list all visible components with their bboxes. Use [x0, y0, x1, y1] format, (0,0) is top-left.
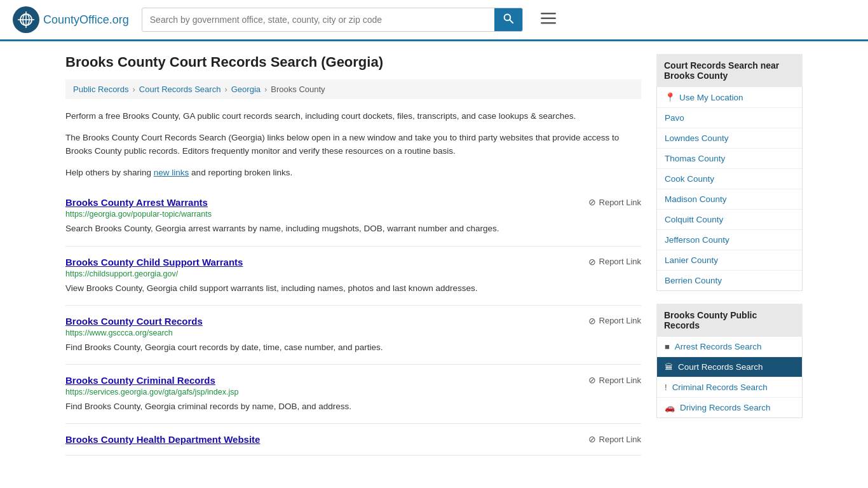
- result-item: Brooks County Criminal Records ⊘ Report …: [65, 365, 641, 424]
- sidebar: Court Records Search near Brooks County …: [656, 54, 803, 456]
- report-icon: ⊘: [588, 257, 596, 267]
- result-desc: View Brooks County, Georgia child suppor…: [65, 282, 641, 295]
- pr-link-criminal[interactable]: ! Criminal Records Search: [657, 377, 802, 397]
- breadcrumb-court-records[interactable]: Court Records Search: [139, 85, 221, 94]
- nearby-list-item[interactable]: Berrien County: [657, 271, 802, 290]
- bc-sep-1: ›: [132, 85, 135, 94]
- description-3: Help others by sharing new links and rep…: [65, 166, 641, 180]
- nearby-link-pavo[interactable]: Pavo: [657, 108, 802, 128]
- result-desc: Find Brooks County, Georgia court record…: [65, 341, 641, 354]
- use-location-item[interactable]: 📍 Use My Location: [657, 87, 802, 108]
- svg-rect-8: [541, 18, 556, 20]
- pr-item-driving[interactable]: 🚗 Driving Records Search: [657, 398, 802, 417]
- report-link-1[interactable]: ⊘ Report Link: [588, 197, 641, 207]
- nearby-link-lanier[interactable]: Lanier County: [657, 250, 802, 270]
- location-pin-icon: 📍: [665, 92, 675, 102]
- report-icon: ⊘: [588, 375, 596, 385]
- result-url[interactable]: https://childsupport.georgia.gov/: [65, 269, 641, 278]
- result-title[interactable]: Brooks County Health Department Website: [65, 434, 260, 445]
- report-icon: ⊘: [588, 316, 596, 326]
- result-title[interactable]: Brooks County Arrest Warrants: [65, 197, 208, 208]
- search-button[interactable]: [494, 8, 522, 31]
- nearby-section: Court Records Search near Brooks County …: [656, 54, 803, 291]
- bc-sep-2: ›: [224, 85, 227, 94]
- main-content: Brooks County Court Records Search (Geor…: [65, 54, 641, 456]
- result-item: Brooks County Court Records ⊘ Report Lin…: [65, 306, 641, 365]
- result-url[interactable]: https://services.georgia.gov/gta/gafs/js…: [65, 388, 641, 396]
- bc-sep-3: ›: [264, 85, 267, 94]
- nearby-list-item[interactable]: Cook County: [657, 169, 802, 189]
- result-item: Brooks County Child Support Warrants ⊘ R…: [65, 247, 641, 306]
- logo-text: CountyOffice.org: [43, 13, 129, 27]
- description-2: The Brooks County Court Records Search (…: [65, 131, 641, 158]
- pr-link-court[interactable]: 🏛 Court Records Search: [657, 357, 802, 377]
- pr-link-driving[interactable]: 🚗 Driving Records Search: [657, 398, 802, 417]
- nearby-list-item[interactable]: Madison County: [657, 189, 802, 210]
- report-link-2[interactable]: ⊘ Report Link: [588, 257, 641, 267]
- result-item: Brooks County Arrest Warrants ⊘ Report L…: [65, 187, 641, 246]
- public-records-list: ■ Arrest Records Search 🏛 Court Records …: [656, 337, 803, 418]
- breadcrumb-public-records[interactable]: Public Records: [73, 85, 128, 94]
- pr-item-court[interactable]: 🏛 Court Records Search: [657, 357, 802, 377]
- search-bar: [142, 8, 523, 32]
- nearby-link-lowndes[interactable]: Lowndes County: [657, 128, 802, 148]
- results-list: Brooks County Arrest Warrants ⊘ Report L…: [65, 187, 641, 456]
- arrest-icon: ■: [665, 342, 670, 351]
- svg-line-6: [510, 20, 513, 23]
- nearby-list-item[interactable]: Lanier County: [657, 250, 802, 271]
- nearby-list-item[interactable]: Thomas County: [657, 149, 802, 169]
- nearby-list-item[interactable]: Colquitt County: [657, 210, 802, 230]
- result-desc: Search Brooks County, Georgia arrest war…: [65, 222, 641, 235]
- driving-icon: 🚗: [665, 403, 675, 412]
- result-desc: Find Brooks County, Georgia criminal rec…: [65, 400, 641, 413]
- result-title[interactable]: Brooks County Criminal Records: [65, 375, 215, 386]
- result-header: Brooks County Health Department Website …: [65, 434, 641, 445]
- pr-item-arrest[interactable]: ■ Arrest Records Search: [657, 337, 802, 357]
- report-link-5[interactable]: ⊘ Report Link: [588, 434, 641, 444]
- header: CountyOffice.org: [0, 0, 868, 41]
- nearby-list: 📍 Use My Location Pavo Lowndes County Th…: [656, 87, 803, 291]
- nearby-link-berrien[interactable]: Berrien County: [657, 271, 802, 290]
- nearby-list-item[interactable]: Jefferson County: [657, 230, 802, 250]
- court-icon: 🏛: [665, 362, 673, 372]
- report-link-4[interactable]: ⊘ Report Link: [588, 375, 641, 385]
- new-links-link[interactable]: new links: [154, 168, 189, 177]
- public-records-header: Brooks County Public Records: [656, 304, 803, 337]
- nearby-link-madison[interactable]: Madison County: [657, 189, 802, 209]
- result-item: Brooks County Health Department Website …: [65, 424, 641, 456]
- report-link-3[interactable]: ⊘ Report Link: [588, 316, 641, 326]
- result-header: Brooks County Court Records ⊘ Report Lin…: [65, 316, 641, 327]
- criminal-icon: !: [665, 383, 667, 392]
- nearby-header: Court Records Search near Brooks County: [656, 54, 803, 87]
- description-1: Perform a free Brooks County, GA public …: [65, 109, 641, 123]
- main-layout: Brooks County Court Records Search (Geor…: [53, 41, 815, 468]
- breadcrumb: Public Records › Court Records Search › …: [65, 79, 641, 99]
- public-records-section: Brooks County Public Records ■ Arrest Re…: [656, 304, 803, 418]
- use-location-link[interactable]: 📍 Use My Location: [657, 87, 802, 107]
- result-title[interactable]: Brooks County Child Support Warrants: [65, 257, 243, 268]
- nearby-link-colquitt[interactable]: Colquitt County: [657, 210, 802, 229]
- nearby-link-thomas[interactable]: Thomas County: [657, 149, 802, 168]
- nearby-link-jefferson[interactable]: Jefferson County: [657, 230, 802, 250]
- hamburger-button[interactable]: [536, 9, 561, 30]
- nearby-list-item[interactable]: Pavo: [657, 108, 802, 128]
- report-icon: ⊘: [588, 434, 596, 444]
- svg-rect-9: [541, 22, 556, 24]
- page-title: Brooks County Court Records Search (Geor…: [65, 54, 641, 71]
- result-url[interactable]: https://georgia.gov/popular-topic/warran…: [65, 210, 641, 219]
- nearby-link-cook[interactable]: Cook County: [657, 169, 802, 189]
- search-input[interactable]: [142, 10, 494, 30]
- logo-link[interactable]: CountyOffice.org: [13, 6, 129, 33]
- result-url[interactable]: https://www.gsccca.org/search: [65, 329, 641, 337]
- breadcrumb-current: Brooks County: [271, 85, 325, 94]
- svg-rect-7: [541, 13, 556, 15]
- pr-link-arrest[interactable]: ■ Arrest Records Search: [657, 337, 802, 356]
- report-icon: ⊘: [588, 197, 596, 207]
- breadcrumb-georgia[interactable]: Georgia: [231, 85, 261, 94]
- result-title[interactable]: Brooks County Court Records: [65, 316, 203, 327]
- logo-icon: [13, 6, 39, 33]
- result-header: Brooks County Criminal Records ⊘ Report …: [65, 375, 641, 386]
- pr-item-criminal[interactable]: ! Criminal Records Search: [657, 377, 802, 398]
- result-header: Brooks County Arrest Warrants ⊘ Report L…: [65, 197, 641, 208]
- nearby-list-item[interactable]: Lowndes County: [657, 128, 802, 149]
